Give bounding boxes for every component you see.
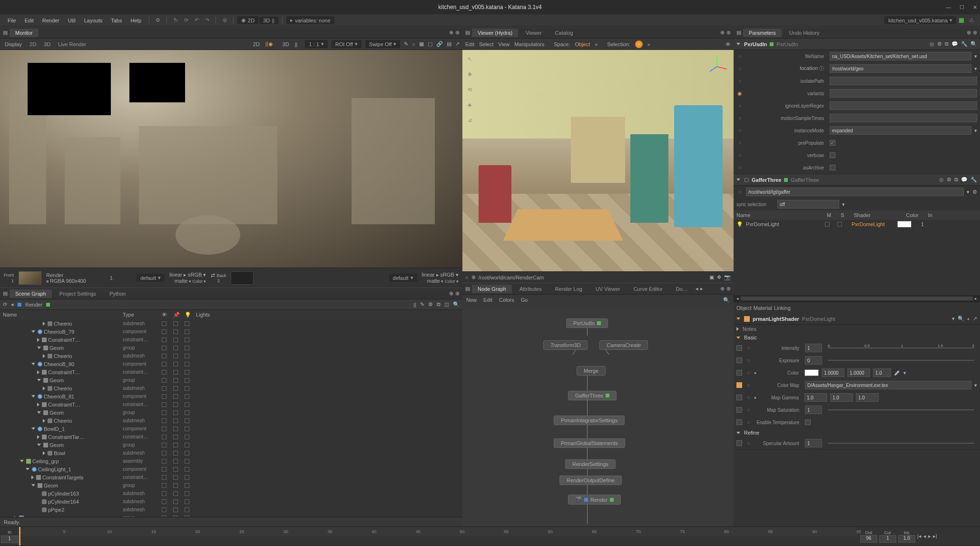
sg-checkbox[interactable] — [162, 354, 167, 358]
sg-back-icon[interactable]: ◂ — [11, 301, 14, 308]
undohistory-tab[interactable]: Undo History — [784, 29, 825, 37]
node-merge[interactable]: Merge — [577, 366, 606, 376]
layers-icon[interactable]: ▤ — [447, 41, 451, 47]
swipe-dropdown[interactable]: Swipe Off ▾ — [365, 40, 401, 48]
sg-checkbox[interactable] — [185, 402, 189, 407]
sg-checkbox[interactable] — [173, 386, 178, 391]
override-badge-icon[interactable] — [736, 382, 742, 388]
ng-colors-menu[interactable]: Colors — [499, 297, 514, 303]
color-g-input[interactable]: 1.0000 — [847, 368, 870, 377]
scenegraph-row[interactable]: pCylinder164subdmesh — [0, 497, 462, 506]
sg-checkbox[interactable] — [185, 354, 189, 358]
nodegraph-canvas[interactable]: PxrUsdIn Transform3D CameraCreate Merge … — [462, 305, 734, 526]
lightcol-in[interactable]: In — [928, 212, 932, 218]
sg-checkbox[interactable] — [185, 467, 189, 472]
panel-add-icon[interactable]: ⊕ — [720, 286, 725, 292]
panel-add-icon[interactable]: ⊕ — [449, 290, 453, 297]
colorspace2[interactable]: linear ▸ sRGB ▾ — [422, 272, 459, 278]
light-mute-checkbox[interactable] — [825, 222, 830, 227]
panel-close-icon[interactable]: ⊗ — [726, 286, 731, 292]
panel-menu-icon[interactable]: ▤ — [3, 290, 8, 297]
node-gear-icon[interactable]: ⚙ — [947, 177, 951, 183]
node-render[interactable]: 🎬 Render — [568, 495, 621, 505]
curveeditor-tab[interactable]: Curve Editor — [628, 285, 668, 293]
catalog-tab[interactable]: Catalog — [549, 29, 579, 37]
sg-checkbox[interactable] — [185, 435, 189, 439]
link-icon[interactable]: 🔗 — [436, 41, 443, 47]
warning-icon[interactable]: ⚠ — [967, 16, 976, 25]
col-name[interactable]: Name — [3, 312, 123, 318]
close-icon[interactable]: ✕ — [973, 4, 977, 10]
sg-checkbox[interactable] — [162, 418, 167, 423]
sg-checkbox[interactable] — [173, 370, 178, 375]
measure-tool-icon[interactable]: ⊿ — [464, 115, 475, 125]
node-target-icon[interactable]: ◎ — [939, 177, 944, 183]
col-lights[interactable]: Lights — [196, 312, 210, 318]
col-light-icon[interactable]: 💡 — [185, 312, 196, 318]
eyedropper-icon[interactable]: 💉 — [894, 370, 901, 376]
sg-checkbox[interactable] — [162, 386, 167, 391]
pxrusdin-section-header[interactable]: PxrUsdIn PxrUsdIn ◎ ⚙ ⧉ 💬 🔧 🔍 — [734, 39, 980, 50]
playhead[interactable] — [19, 527, 20, 546]
sg-refresh-icon[interactable]: ⟳ — [3, 301, 7, 308]
scenegraph-row[interactable]: Cheeriosubdmesh — [0, 384, 462, 392]
dropdown-icon[interactable]: ▾ — [974, 53, 977, 60]
sg-checkbox[interactable] — [173, 321, 178, 326]
mapgamma-b-input[interactable]: 1.0 — [856, 393, 879, 402]
monitor-viewport[interactable] — [0, 50, 462, 268]
display-2d-button[interactable]: 2D — [28, 40, 38, 48]
step-back-icon[interactable]: ◂ — [923, 533, 926, 539]
viewer-hydra-tab[interactable]: Viewer (Hydra) — [472, 29, 518, 37]
dropdown-icon[interactable]: ▾ — [903, 370, 906, 376]
sg-checkbox[interactable] — [162, 499, 167, 504]
basic-group[interactable]: Basic — [744, 335, 757, 340]
node-wrench-icon[interactable]: 🔧 — [970, 177, 977, 183]
light-scrollbar[interactable] — [741, 297, 973, 300]
sg-checkbox[interactable] — [173, 491, 178, 496]
lightcol-shader[interactable]: Shader — [854, 212, 897, 218]
dropdown-icon[interactable]: ▾ — [974, 382, 977, 388]
sg-checkbox[interactable] — [185, 499, 189, 504]
dropdown-icon[interactable]: ▾ — [974, 128, 977, 134]
menu-layouts[interactable]: Layouts — [80, 16, 107, 25]
scenegraph-row[interactable]: pCylinder163subdmesh — [0, 489, 462, 497]
node-chat-icon[interactable]: 💬 — [961, 177, 968, 183]
lightcol-s[interactable]: S — [841, 212, 844, 218]
ng-search-icon[interactable]: 🔍 — [723, 297, 730, 303]
ng-edit-menu[interactable]: Edit — [483, 297, 492, 303]
sg-checkbox[interactable] — [162, 370, 167, 375]
ng-new-menu[interactable]: New — [466, 297, 477, 303]
menu-edit[interactable]: Edit — [21, 16, 38, 25]
node-outputdefine[interactable]: RenderOutputDefine — [559, 476, 622, 485]
sg-checkbox[interactable] — [173, 362, 178, 367]
node-link-icon[interactable]: ⧉ — [954, 177, 958, 183]
isolatepath-input[interactable] — [830, 77, 977, 85]
sg-checkbox[interactable] — [162, 491, 167, 496]
viewer-edit-menu[interactable]: Edit — [465, 41, 474, 47]
sg-checkbox[interactable] — [173, 451, 178, 456]
scenegraph-row[interactable]: Ceiling_grpassembly — [0, 457, 462, 465]
mapgamma-g-input[interactable]: 1.0 — [830, 393, 853, 402]
sg-pause-icon[interactable]: || — [413, 302, 416, 308]
sg-checkbox[interactable] — [162, 402, 167, 407]
sg-checkbox[interactable] — [185, 475, 189, 480]
variables-dropdown[interactable]: ▸ variables: none — [286, 16, 334, 24]
intensity-input[interactable]: 1 — [805, 344, 822, 352]
shader-search-icon[interactable]: 🔍 — [958, 316, 964, 322]
scenegraph-row[interactable]: Geomgroup — [0, 441, 462, 449]
sg-checkbox[interactable] — [185, 329, 189, 334]
sg-checkbox[interactable] — [162, 394, 167, 399]
filename-pill[interactable]: kitchen_usd_v005.katana ▾ — [884, 16, 956, 24]
redo-icon[interactable]: ↷ — [202, 16, 212, 25]
axis-gizmo[interactable] — [705, 55, 729, 79]
scenegraph-row[interactable]: ConstraintT…constraint… — [0, 368, 462, 376]
visibility-icon[interactable]: 👁 — [725, 41, 731, 47]
sg-checkbox[interactable] — [162, 410, 167, 415]
minimize-icon[interactable]: — — [946, 4, 951, 10]
scenegraph-row[interactable]: CheerioB_81component — [0, 392, 462, 400]
specular-input[interactable]: 1 — [805, 439, 822, 447]
light-color-swatch[interactable] — [897, 221, 911, 228]
space-value[interactable]: Object — [575, 41, 590, 47]
colorspace1[interactable]: linear ▸ sRGB ▾ — [169, 272, 206, 278]
menu-render[interactable]: Render — [39, 16, 63, 25]
